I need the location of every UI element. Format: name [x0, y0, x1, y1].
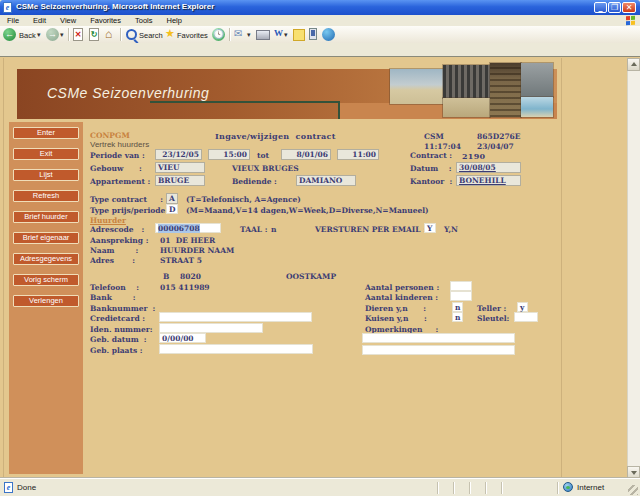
geb-plaats-input[interactable]: [159, 344, 313, 354]
sidebar-button-brief-eigenaar[interactable]: Brief eigenaar: [13, 232, 79, 244]
banner-title: CSMe Seizoenverhuring: [47, 85, 209, 101]
search-label[interactable]: Search: [139, 31, 163, 40]
adres-label: Adres :: [90, 256, 135, 265]
opmerkingen-input-1[interactable]: [362, 333, 515, 343]
status-separator: [485, 482, 487, 494]
stop-icon[interactable]: ✕: [73, 28, 83, 41]
csm-label: CSM: [424, 132, 444, 141]
search-icon[interactable]: [126, 29, 137, 40]
sidebar-button-exit[interactable]: Exit: [13, 148, 79, 160]
forward-icon[interactable]: →: [46, 28, 59, 41]
sidebar-button-brief-huurder[interactable]: Brief huurder: [13, 211, 79, 223]
gemeente-value: OOSTKAMP: [286, 272, 336, 281]
type-prijs-input[interactable]: D: [166, 204, 178, 214]
bediende-label: Bediende :: [232, 177, 277, 186]
toolbar-separator: [68, 28, 70, 41]
maximize-button[interactable]: ❐: [608, 2, 621, 13]
sidebar-button-adresgegevens[interactable]: Adresgegevens: [13, 253, 79, 265]
periode-to-time-input[interactable]: 11:00: [337, 149, 379, 160]
sidebar-button-refresh[interactable]: Refresh: [13, 190, 79, 202]
credietcard-input[interactable]: [159, 312, 312, 322]
mobile-icon[interactable]: [309, 28, 317, 40]
sleutel-input[interactable]: [514, 312, 538, 322]
teller-input[interactable]: y: [517, 302, 528, 312]
sidebar-button-lijst[interactable]: Lijst: [13, 169, 79, 181]
toolbar-separator: [229, 28, 231, 41]
kantoor-input[interactable]: BONEHILL: [456, 175, 521, 186]
kuisen-input[interactable]: n: [452, 312, 463, 322]
status-separator: [469, 482, 471, 494]
refresh-icon[interactable]: ↻: [89, 28, 99, 41]
browser-window: e CSMe Seizoenverhuring. Microsoft Inter…: [0, 0, 640, 496]
periode-from-date-input[interactable]: 23/12/05: [155, 149, 202, 160]
close-button[interactable]: ✕: [622, 2, 636, 13]
history-icon[interactable]: 🕓: [212, 28, 225, 41]
gray-building-photo: [521, 63, 553, 97]
forward-dropdown-icon[interactable]: ▾: [60, 31, 64, 39]
menu-favorites[interactable]: Favorites: [83, 16, 128, 25]
banknummer-label: Banknummer :: [90, 304, 155, 313]
sea-photo: [521, 97, 553, 117]
menu-view[interactable]: View: [53, 16, 83, 25]
resize-grip[interactable]: [628, 485, 638, 495]
mail-dropdown-icon[interactable]: ▾: [247, 31, 251, 39]
credietcard-label: Credietcard :: [90, 314, 145, 323]
minimize-button[interactable]: _: [594, 2, 607, 13]
favorites-label[interactable]: Favorites: [177, 31, 208, 40]
email-input[interactable]: Y: [424, 223, 436, 233]
notes-icon[interactable]: [293, 29, 305, 41]
gebouw-input[interactable]: VIEU: [155, 162, 205, 173]
scroll-up-icon[interactable]: [627, 58, 640, 71]
type-contract-input[interactable]: A: [166, 193, 178, 204]
sidebar-button-vorig-scherm[interactable]: Vorig scherm: [13, 274, 79, 286]
periode-from-time-input[interactable]: 15:00: [208, 149, 250, 160]
back-label[interactable]: Back: [19, 31, 36, 40]
aanspreking-label: Aanspreking :: [90, 236, 148, 245]
title-bar: e CSMe Seizoenverhuring. Microsoft Inter…: [0, 0, 640, 15]
favorites-star-icon[interactable]: ★: [165, 27, 175, 40]
adrescode-label: Adrescode :: [90, 225, 144, 234]
personen-input[interactable]: [450, 281, 472, 291]
menu-file[interactable]: File: [0, 16, 26, 25]
appartement-input[interactable]: BRUGE: [155, 175, 205, 186]
page-content: CSMe Seizoenverhuring Enter Exit Lijst R…: [0, 56, 640, 478]
bediende-input[interactable]: DAMIANO: [296, 175, 356, 186]
teller-label: Teller :: [477, 304, 506, 313]
edit-dropdown-icon[interactable]: ▾: [284, 31, 288, 39]
adrescode-input[interactable]: 00006708: [155, 223, 221, 233]
naam-value: HUURDER NAAM: [160, 246, 234, 255]
browser-toolbar: ← Back ▾ → ▾ ✕ ↻ ⌂ Search ★ Favorites 🕓 …: [0, 26, 640, 44]
menu-edit[interactable]: Edit: [26, 16, 53, 25]
windows-flag-icon: [626, 16, 635, 26]
geb-datum-input[interactable]: 0/00/00: [159, 333, 206, 343]
menu-help[interactable]: Help: [160, 16, 189, 25]
address-bar: Address e ▼ → Go Links »: [0, 43, 640, 57]
iden-input[interactable]: [159, 323, 263, 333]
vertical-scrollbar[interactable]: [627, 58, 640, 479]
dieren-input[interactable]: n: [452, 302, 463, 312]
back-dropdown-icon[interactable]: ▾: [37, 31, 41, 39]
sidebar-button-verlengen[interactable]: Verlengen: [13, 295, 79, 307]
window-title: CSMe Seizoenverhuring. Microsoft Interne…: [16, 2, 214, 11]
print-icon[interactable]: [256, 30, 270, 40]
status-separator: [557, 482, 559, 494]
status-bar: e Done Internet: [0, 478, 640, 496]
kuisen-label: Kuisen y,n :: [365, 314, 427, 323]
back-icon[interactable]: ←: [3, 28, 16, 41]
huurder-link[interactable]: Huurder: [90, 216, 126, 225]
opmerkingen-input-2[interactable]: [362, 345, 515, 355]
mail-icon[interactable]: ✉: [234, 28, 242, 39]
sidebar-button-enter[interactable]: Enter: [13, 127, 79, 139]
home-icon[interactable]: ⌂: [105, 27, 112, 41]
geb-plaats-label: Geb. plaats :: [90, 346, 143, 355]
periode-to-date-input[interactable]: 8/01/06: [281, 149, 331, 160]
system-time: 11:17:04: [424, 142, 461, 151]
status-separator: [453, 482, 455, 494]
telefoon-value: 015 411989: [160, 283, 210, 292]
menu-tools[interactable]: Tools: [128, 16, 160, 25]
kinderen-input[interactable]: [450, 291, 472, 301]
datum-input[interactable]: 30/08/05: [456, 162, 521, 173]
geb-datum-label: Geb. datum :: [90, 335, 147, 344]
edit-word-icon[interactable]: W: [274, 28, 283, 38]
messenger-icon[interactable]: [322, 28, 335, 41]
